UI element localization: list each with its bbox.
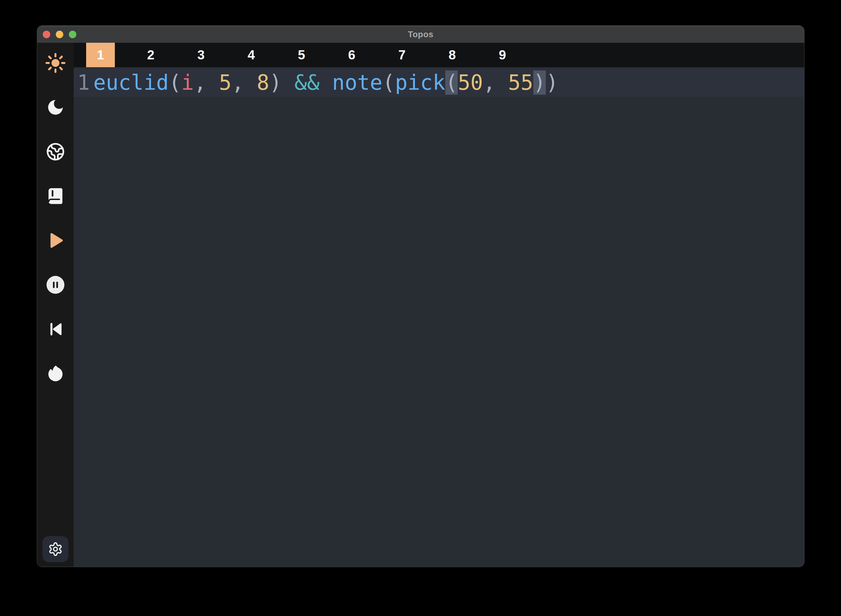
- code-token: ,: [194, 70, 219, 95]
- tab-1[interactable]: 1: [86, 43, 115, 67]
- tab-3[interactable]: 3: [187, 43, 215, 67]
- flame-button[interactable]: [44, 363, 67, 384]
- globe-button[interactable]: [44, 141, 67, 162]
- code-editor[interactable]: 1euclid(i, 5, 8) && note(pick(50, 55)): [74, 67, 804, 567]
- settings-button[interactable]: [42, 536, 69, 562]
- pause-circle-icon: [45, 275, 66, 295]
- code-token: ,: [483, 70, 508, 95]
- code-line[interactable]: 1euclid(i, 5, 8) && note(pick(50, 55)): [74, 68, 804, 97]
- flame-icon: [46, 364, 65, 383]
- tab-9[interactable]: 9: [488, 43, 517, 67]
- pause-button[interactable]: [44, 274, 67, 295]
- code-token: ): [269, 70, 282, 95]
- window-title: Topos: [37, 29, 804, 40]
- rewind-button[interactable]: [44, 319, 67, 340]
- code-token: (: [445, 70, 458, 95]
- code-token: (: [382, 70, 395, 95]
- code-token: (: [168, 70, 182, 95]
- tab-bar: 123456789: [74, 43, 804, 67]
- skip-back-icon: [46, 320, 64, 338]
- tab-7[interactable]: 7: [388, 43, 416, 67]
- tab-5[interactable]: 5: [287, 43, 316, 67]
- code-token: 50: [458, 70, 483, 95]
- code-token: ): [533, 70, 546, 95]
- title-bar[interactable]: Topos: [37, 26, 804, 43]
- code-token: 55: [508, 70, 533, 95]
- code-token: pick: [395, 70, 445, 95]
- editor-lines: 1euclid(i, 5, 8) && note(pick(50, 55)): [74, 68, 804, 97]
- code-token: ,: [231, 70, 257, 95]
- code-token: &&: [294, 70, 320, 95]
- code-token: 8: [257, 70, 270, 95]
- theme-light-button[interactable]: [44, 53, 67, 73]
- code-token: 5: [219, 70, 231, 95]
- code-token: ): [546, 70, 558, 95]
- docs-button[interactable]: [44, 186, 67, 207]
- main-content: 123456789 1euclid(i, 5, 8) && note(pick(…: [74, 43, 804, 567]
- code-token: i: [182, 70, 194, 95]
- code-token: [282, 70, 294, 95]
- code-line-content: euclid(i, 5, 8) && note(pick(50, 55)): [93, 68, 804, 97]
- sidebar: [37, 43, 74, 567]
- code-token: note: [332, 70, 382, 95]
- tab-2[interactable]: 2: [136, 43, 165, 67]
- line-number: 1: [74, 68, 93, 97]
- tab-8[interactable]: 8: [438, 43, 466, 67]
- play-button[interactable]: [44, 230, 67, 251]
- sun-icon: [45, 52, 66, 74]
- play-icon: [45, 230, 66, 251]
- globe-icon: [46, 142, 65, 161]
- moon-icon: [46, 98, 65, 117]
- code-token: euclid: [93, 70, 168, 95]
- theme-dark-button[interactable]: [44, 97, 67, 118]
- tab-4[interactable]: 4: [237, 43, 265, 67]
- code-token: [320, 70, 333, 95]
- app-window: Topos: [37, 25, 804, 567]
- tab-6[interactable]: 6: [337, 43, 366, 67]
- gear-icon: [48, 541, 63, 557]
- book-icon: [46, 186, 65, 205]
